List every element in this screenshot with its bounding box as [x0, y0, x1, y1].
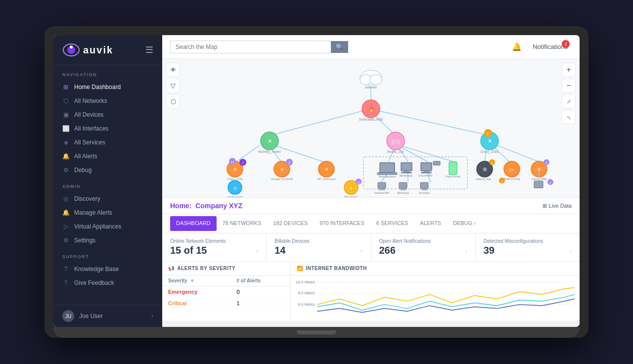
collapse-button[interactable]: ⤡	[562, 110, 576, 124]
col-severity[interactable]: Severity ▼	[162, 275, 230, 286]
tab-services[interactable]: 6 SERVICES	[370, 216, 414, 231]
node-desktop1489[interactable]: Desktop1489	[374, 182, 389, 194]
sidebar-item-settings[interactable]: ⚙ Settings	[53, 233, 162, 247]
svg-rect-81	[422, 188, 426, 189]
bandwidth-title: INTERNET BANDWIDTH	[306, 266, 367, 271]
svg-text:Juniper_EX3200: Juniper_EX3200	[271, 178, 293, 181]
company-name: Company XYZ	[195, 202, 242, 210]
svg-text:14: 14	[231, 161, 234, 164]
network-topology[interactable]: Internet 🔥 SonicWall 2400 ✕ foundry_rout…	[162, 59, 580, 197]
svg-rect-76	[399, 182, 407, 188]
tab-networks[interactable]: 78 NETWORKS	[217, 216, 268, 231]
node-pats-iphone[interactable]: Pats-iPhone	[446, 162, 460, 178]
sidebar-logo: auvik ☰	[53, 35, 162, 65]
node-cisco2980[interactable]: ✕ Cisco_2980 2	[531, 159, 549, 181]
search-input[interactable]	[170, 41, 331, 53]
topbar: 🔍 🔔 2 Notifications	[162, 35, 580, 59]
node-marketing1[interactable]: Marketing1	[399, 163, 412, 177]
live-data-button[interactable]: ⊞ Live Data	[543, 203, 572, 209]
node-juniper[interactable]: ✕ Juniper_EX3200 2	[271, 159, 293, 181]
expand-button[interactable]: ⤢	[562, 94, 576, 108]
node-hp-procurve[interactable]: ✕ HP_ProCurve	[317, 161, 336, 181]
svg-text:2: 2	[288, 161, 290, 165]
node-davewifi[interactable]: DaveWifi81	[419, 161, 440, 177]
svg-rect-65	[421, 163, 432, 171]
sidebar-item-virtual-appliances[interactable]: ▷ Virtual Appliances	[53, 220, 162, 233]
sidebar-item-all-interfaces[interactable]: ⬜ All Interfaces	[53, 122, 162, 136]
svg-line-12	[401, 147, 428, 162]
sidebar-label-devices: All Devices	[74, 111, 103, 118]
map-filter-button[interactable]: ▽	[166, 79, 180, 92]
node-pats-macbook[interactable]: Pats-Macbook	[377, 163, 397, 178]
tab-interfaces[interactable]: 970 INTERFACES	[314, 216, 370, 231]
svg-line-4	[270, 111, 363, 136]
tab-devices[interactable]: 182 DEVICES	[268, 216, 314, 231]
node-auvik-agent[interactable]: ◎ auvik-agent	[227, 181, 242, 197]
node-marketing2[interactable]: Marketing2	[397, 182, 409, 194]
node-sonicwall[interactable]: 🔥 SonicWall 2400	[359, 100, 383, 121]
node-adtran[interactable]: ⚙ Adtran_Net... 5	[476, 159, 495, 181]
grid-icon: ⊞	[543, 203, 547, 209]
stat-value-online: 15 of 15	[170, 245, 207, 256]
search-container: 🔍	[170, 41, 348, 53]
map-area[interactable]: 👁 ▽ ⬡ + − ⤢ ⤡	[162, 59, 580, 197]
dashboard-header: Home: Company XYZ ⊞ Live Data	[162, 198, 580, 214]
stat-arrow-alerts: ›	[465, 247, 467, 255]
svg-line-9	[274, 145, 326, 163]
stat-online-network-elements[interactable]: Online Network Elements 15 of 15 ›	[162, 233, 267, 261]
sidebar-item-all-devices[interactable]: ▣ All Devices	[53, 108, 162, 122]
map-eye-button[interactable]: 👁	[166, 63, 180, 77]
sidebar-item-discovery[interactable]: ◎ Discovery	[53, 192, 162, 206]
svg-text:8.0 Mbit/s: 8.0 Mbit/s	[298, 291, 315, 295]
lower-panels: 📢 ALERTS BY SEVERITY Severity ▼	[162, 262, 580, 321]
dashboard-title: Home: Company XYZ	[170, 202, 242, 210]
stat-misconfigurations[interactable]: Detected Misconfigurations 39 ›	[476, 233, 580, 261]
table-row[interactable]: Emergency 0	[162, 286, 290, 298]
tab-dashboard[interactable]: DASHBOARD	[170, 216, 217, 231]
sidebar-item-all-networks[interactable]: ⬡ All Networks	[53, 94, 162, 108]
kb-icon: ?	[62, 266, 69, 273]
sidebar-item-give-feedback[interactable]: ? Give Feedback	[53, 276, 162, 290]
dashboard-section: Home: Company XYZ ⊞ Live Data DASHBOARD …	[162, 197, 580, 321]
svg-rect-74	[378, 189, 385, 190]
stat-open-alerts[interactable]: Open Alert Notifications 266 ›	[371, 233, 476, 261]
node-aruba[interactable]: ((·)) Aruba_210	[387, 132, 405, 154]
severity-critical: Critical	[162, 298, 230, 309]
sidebar-item-all-alerts[interactable]: 🔔 All Alerts	[53, 149, 162, 163]
node-foundry[interactable]: ✕ foundry_router	[258, 132, 281, 154]
sidebar-item-debug[interactable]: ⚙ Debug	[53, 163, 162, 177]
table-row[interactable]: Critical 1	[162, 298, 290, 309]
search-button[interactable]: 🔍	[331, 41, 348, 53]
svg-text:((·)): ((·))	[391, 138, 400, 144]
user-profile[interactable]: JU Joe User ›	[53, 305, 162, 327]
tab-debug[interactable]: DEBUG ›	[447, 216, 482, 231]
user-name: Joe User	[79, 313, 103, 319]
notifications-button[interactable]: 🔔 2 Notifications	[512, 42, 568, 51]
node-reception[interactable]: Reception	[419, 182, 430, 194]
svg-text:✕: ✕	[268, 138, 272, 144]
stat-billable-devices[interactable]: Billable Devices 14 ›	[267, 233, 371, 261]
sidebar-label-alerts: All Alerts	[74, 153, 97, 160]
svg-point-2	[70, 46, 73, 48]
zoom-out-button[interactable]: −	[562, 79, 576, 92]
node-brdfrm[interactable]: ▷ BrdFrm-Proj	[504, 161, 520, 181]
tab-alerts[interactable]: ALERTS	[414, 216, 447, 231]
stat-label-misconfig: Detected Misconfigurations	[484, 238, 572, 244]
main-content: 🔍 🔔 2 Notifications 👁 ▽ ⬡	[162, 35, 580, 327]
svg-text:6.0 Mbit/s: 6.0 Mbit/s	[298, 302, 315, 307]
svg-rect-80	[420, 182, 428, 188]
hamburger-button[interactable]: ☰	[145, 45, 153, 55]
node-file-server[interactable]: ≡ file-server 11	[344, 179, 362, 197]
sidebar-item-manage-alerts[interactable]: 🔔 Manage Alerts	[53, 206, 162, 220]
sidebar-item-home-dashboard[interactable]: ⊞ Home Dashboard	[53, 80, 162, 94]
node-internet[interactable]: Internet	[360, 70, 382, 89]
svg-rect-98	[534, 181, 543, 188]
sidebar-item-all-services[interactable]: ◈ All Services	[53, 136, 162, 149]
map-pin-button[interactable]: ⬡	[166, 94, 180, 108]
svg-text:▷: ▷	[510, 167, 514, 172]
svg-text:Desktop1489: Desktop1489	[374, 191, 389, 194]
sidebar-label-virtual: Virtual Appliances	[74, 223, 121, 230]
sidebar-label-interfaces: All Interfaces	[74, 125, 108, 132]
zoom-in-button[interactable]: +	[562, 63, 576, 77]
sidebar-item-knowledge-base[interactable]: ? Knowledge Base	[53, 262, 162, 276]
